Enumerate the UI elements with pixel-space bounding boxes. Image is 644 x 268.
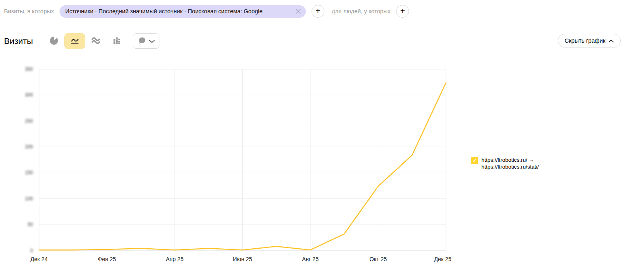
plus-icon: + [316,7,320,15]
plus-icon: + [400,7,405,15]
legend-series-label: https://ltrobotics.ru/ → https://ltrobot… [481,157,539,170]
chevron-down-icon [149,38,155,44]
svg-text:0: 0 [30,248,33,254]
chart-toolbar: Визиты [4,33,159,49]
svg-text:Фев 25: Фев 25 [98,256,116,262]
yandex-metrica-visits-screen: Визиты, в которых Источники · Последний … [0,0,644,268]
hide-chart-label: Скрыть график [565,37,605,44]
filter-people-label: для людей, у которых [332,8,390,14]
hide-chart-button[interactable]: Скрыть график [558,34,621,47]
svg-text:200: 200 [25,144,33,150]
svg-text:Апр 25: Апр 25 [166,256,184,262]
add-visit-condition-button[interactable]: + [312,5,324,18]
svg-text:150: 150 [25,170,33,175]
svg-text:Окт 25: Окт 25 [369,256,387,262]
add-people-condition-button[interactable]: + [396,5,409,18]
bar-chart-icon [112,36,122,47]
svg-text:Авг 25: Авг 25 [302,256,319,262]
visits-line-chart[interactable]: 050100150200250300350Дек 24Фев 25Апр 25И… [0,60,467,268]
svg-text:100: 100 [25,196,33,202]
filter-chip-source-google[interactable]: Источники · Последний значимый источник … [60,5,306,18]
page-title: Визиты [4,36,43,46]
legend-checkbox[interactable]: ✓ [471,157,478,164]
visits-chart-area: 050100150200250300350Дек 24Фев 25Апр 25И… [0,60,467,268]
chart-legend: ✓ https://ltrobotics.ru/ → https://ltrob… [471,157,539,170]
filter-bar: Визиты, в которых Источники · Последний … [4,5,409,18]
chart-type-line-button[interactable] [64,33,85,49]
svg-text:300: 300 [25,92,33,98]
svg-text:50: 50 [28,222,33,227]
area-chart-icon [91,36,101,47]
svg-text:Июн 25: Июн 25 [233,256,252,262]
legend-series-line1: https://ltrobotics.ru/ → [481,157,539,163]
chevron-up-icon [609,37,614,44]
chart-type-pie-button[interactable] [43,33,64,49]
svg-text:Дек 24: Дек 24 [31,256,48,262]
filter-visits-label: Визиты, в которых [4,8,54,14]
line-chart-icon [70,36,80,47]
svg-text:250: 250 [25,118,33,124]
legend-series-line2: https://ltrobotics.ru/stati/ [481,163,539,170]
svg-text:350: 350 [25,66,33,72]
svg-text:Дек 25: Дек 25 [434,256,452,262]
chart-type-bar-button[interactable] [106,33,127,49]
chip-remove-icon[interactable] [295,8,301,14]
pie-chart-icon [49,36,59,47]
annotations-dropdown-button[interactable] [133,33,159,49]
filter-chip-label: Источники · Последний значимый источник … [65,8,262,14]
chart-type-area-button[interactable] [85,33,106,49]
comment-icon [138,36,147,46]
